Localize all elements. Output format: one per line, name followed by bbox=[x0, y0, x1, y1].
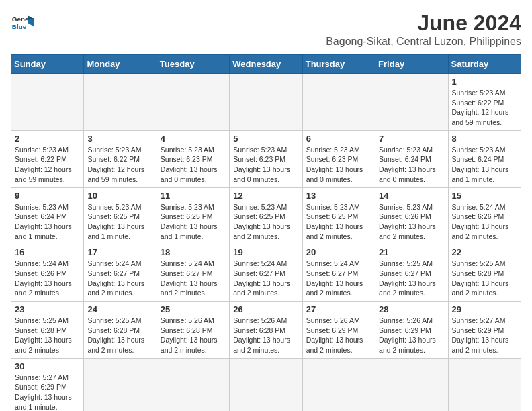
day-number: 25 bbox=[161, 304, 226, 314]
day-number: 6 bbox=[306, 134, 371, 144]
day-info: Sunrise: 5:23 AMSunset: 6:22 PMDaylight:… bbox=[15, 145, 80, 185]
day-number: 23 bbox=[15, 304, 80, 314]
day-info: Sunrise: 5:26 AMSunset: 6:28 PMDaylight:… bbox=[161, 316, 226, 355]
calendar-header-row: SundayMondayTuesdayWednesdayThursdayFrid… bbox=[11, 55, 521, 74]
calendar-week-6: 30Sunrise: 5:27 AMSunset: 6:29 PMDayligh… bbox=[11, 358, 521, 411]
calendar-header-thursday: Thursday bbox=[302, 55, 375, 74]
day-number: 17 bbox=[87, 247, 152, 257]
day-info: Sunrise: 5:23 AMSunset: 6:23 PMDaylight:… bbox=[161, 145, 226, 185]
calendar-header-tuesday: Tuesday bbox=[157, 55, 229, 74]
day-number: 16 bbox=[15, 247, 80, 257]
calendar-day-6: 6Sunrise: 5:23 AMSunset: 6:23 PMDaylight… bbox=[302, 130, 375, 187]
location-title: Bagong-Sikat, Central Luzon, Philippines bbox=[326, 36, 521, 48]
month-title: June 2024 bbox=[326, 11, 521, 36]
day-number: 12 bbox=[233, 191, 298, 201]
page-header: General Blue June 2024 Bagong-Sikat, Cen… bbox=[11, 11, 521, 48]
calendar-week-2: 2Sunrise: 5:23 AMSunset: 6:22 PMDaylight… bbox=[11, 130, 521, 187]
day-info: Sunrise: 5:23 AMSunset: 6:24 PMDaylight:… bbox=[379, 145, 444, 185]
day-info: Sunrise: 5:23 AMSunset: 6:23 PMDaylight:… bbox=[233, 145, 298, 185]
calendar-day-7: 7Sunrise: 5:23 AMSunset: 6:24 PMDaylight… bbox=[375, 130, 448, 187]
day-number: 2 bbox=[15, 134, 80, 144]
day-info: Sunrise: 5:23 AMSunset: 6:24 PMDaylight:… bbox=[15, 202, 80, 242]
calendar-day-22: 22Sunrise: 5:25 AMSunset: 6:28 PMDayligh… bbox=[448, 244, 521, 302]
day-info: Sunrise: 5:26 AMSunset: 6:28 PMDaylight:… bbox=[233, 316, 298, 355]
calendar-day-28: 28Sunrise: 5:26 AMSunset: 6:29 PMDayligh… bbox=[375, 302, 448, 359]
day-info: Sunrise: 5:24 AMSunset: 6:27 PMDaylight:… bbox=[233, 259, 298, 298]
day-number: 18 bbox=[161, 247, 226, 257]
calendar-table: SundayMondayTuesdayWednesdayThursdayFrid… bbox=[11, 54, 521, 411]
day-number: 1 bbox=[452, 77, 517, 87]
calendar-day-26: 26Sunrise: 5:26 AMSunset: 6:28 PMDayligh… bbox=[230, 302, 302, 359]
day-info: Sunrise: 5:24 AMSunset: 6:26 PMDaylight:… bbox=[452, 202, 517, 242]
day-info: Sunrise: 5:24 AMSunset: 6:27 PMDaylight:… bbox=[87, 259, 152, 298]
calendar-day-empty bbox=[11, 74, 84, 131]
day-number: 8 bbox=[452, 134, 517, 144]
calendar-day-8: 8Sunrise: 5:23 AMSunset: 6:24 PMDaylight… bbox=[448, 130, 521, 187]
calendar-day-empty bbox=[375, 358, 448, 411]
day-info: Sunrise: 5:23 AMSunset: 6:25 PMDaylight:… bbox=[233, 202, 298, 242]
calendar-day-10: 10Sunrise: 5:23 AMSunset: 6:25 PMDayligh… bbox=[84, 187, 157, 244]
calendar-day-11: 11Sunrise: 5:23 AMSunset: 6:25 PMDayligh… bbox=[157, 187, 229, 244]
calendar-day-empty bbox=[448, 358, 521, 411]
calendar-day-empty bbox=[157, 74, 229, 131]
day-number: 27 bbox=[306, 304, 371, 314]
title-area: June 2024 Bagong-Sikat, Central Luzon, P… bbox=[326, 11, 521, 48]
calendar-header-friday: Friday bbox=[375, 55, 448, 74]
calendar-day-15: 15Sunrise: 5:24 AMSunset: 6:26 PMDayligh… bbox=[448, 187, 521, 244]
calendar-day-empty bbox=[375, 74, 448, 131]
calendar-day-empty bbox=[157, 358, 229, 411]
day-number: 3 bbox=[87, 134, 152, 144]
day-number: 22 bbox=[452, 247, 517, 257]
calendar-day-empty bbox=[84, 358, 157, 411]
day-info: Sunrise: 5:23 AMSunset: 6:25 PMDaylight:… bbox=[87, 202, 152, 242]
day-info: Sunrise: 5:25 AMSunset: 6:28 PMDaylight:… bbox=[87, 316, 152, 355]
calendar-day-30: 30Sunrise: 5:27 AMSunset: 6:29 PMDayligh… bbox=[11, 358, 84, 411]
day-info: Sunrise: 5:23 AMSunset: 6:22 PMDaylight:… bbox=[87, 145, 152, 185]
calendar-day-29: 29Sunrise: 5:27 AMSunset: 6:29 PMDayligh… bbox=[448, 302, 521, 359]
calendar-day-27: 27Sunrise: 5:26 AMSunset: 6:29 PMDayligh… bbox=[302, 302, 375, 359]
calendar-day-25: 25Sunrise: 5:26 AMSunset: 6:28 PMDayligh… bbox=[157, 302, 229, 359]
day-number: 28 bbox=[379, 304, 444, 314]
calendar-header-saturday: Saturday bbox=[448, 55, 521, 74]
calendar-day-3: 3Sunrise: 5:23 AMSunset: 6:22 PMDaylight… bbox=[84, 130, 157, 187]
day-info: Sunrise: 5:27 AMSunset: 6:29 PMDaylight:… bbox=[452, 316, 517, 355]
day-number: 26 bbox=[233, 304, 298, 314]
day-info: Sunrise: 5:25 AMSunset: 6:28 PMDaylight:… bbox=[452, 259, 517, 298]
calendar-day-17: 17Sunrise: 5:24 AMSunset: 6:27 PMDayligh… bbox=[84, 244, 157, 302]
day-number: 15 bbox=[452, 191, 517, 201]
day-info: Sunrise: 5:26 AMSunset: 6:29 PMDaylight:… bbox=[306, 316, 371, 355]
calendar-day-18: 18Sunrise: 5:24 AMSunset: 6:27 PMDayligh… bbox=[157, 244, 229, 302]
calendar-week-1: 1Sunrise: 5:23 AMSunset: 6:22 PMDaylight… bbox=[11, 74, 521, 131]
day-number: 24 bbox=[87, 304, 152, 314]
logo-icon: General Blue bbox=[11, 11, 35, 35]
day-number: 4 bbox=[161, 134, 226, 144]
day-number: 21 bbox=[379, 247, 444, 257]
calendar-day-19: 19Sunrise: 5:24 AMSunset: 6:27 PMDayligh… bbox=[230, 244, 302, 302]
calendar-day-1: 1Sunrise: 5:23 AMSunset: 6:22 PMDaylight… bbox=[448, 74, 521, 131]
calendar-day-13: 13Sunrise: 5:23 AMSunset: 6:25 PMDayligh… bbox=[302, 187, 375, 244]
calendar-day-5: 5Sunrise: 5:23 AMSunset: 6:23 PMDaylight… bbox=[230, 130, 302, 187]
day-number: 19 bbox=[233, 247, 298, 257]
calendar-day-empty bbox=[302, 74, 375, 131]
calendar-day-20: 20Sunrise: 5:24 AMSunset: 6:27 PMDayligh… bbox=[302, 244, 375, 302]
calendar-day-16: 16Sunrise: 5:24 AMSunset: 6:26 PMDayligh… bbox=[11, 244, 84, 302]
day-info: Sunrise: 5:23 AMSunset: 6:25 PMDaylight:… bbox=[306, 202, 371, 242]
calendar-day-12: 12Sunrise: 5:23 AMSunset: 6:25 PMDayligh… bbox=[230, 187, 302, 244]
calendar-day-9: 9Sunrise: 5:23 AMSunset: 6:24 PMDaylight… bbox=[11, 187, 84, 244]
day-number: 9 bbox=[15, 191, 80, 201]
calendar-day-empty bbox=[302, 358, 375, 411]
day-number: 14 bbox=[379, 191, 444, 201]
day-info: Sunrise: 5:24 AMSunset: 6:27 PMDaylight:… bbox=[306, 259, 371, 298]
calendar-day-empty bbox=[230, 74, 302, 131]
calendar-header-wednesday: Wednesday bbox=[230, 55, 302, 74]
day-number: 30 bbox=[15, 361, 80, 371]
day-info: Sunrise: 5:23 AMSunset: 6:25 PMDaylight:… bbox=[161, 202, 226, 242]
day-number: 5 bbox=[233, 134, 298, 144]
calendar-header-monday: Monday bbox=[84, 55, 157, 74]
day-info: Sunrise: 5:25 AMSunset: 6:28 PMDaylight:… bbox=[15, 316, 80, 355]
day-info: Sunrise: 5:23 AMSunset: 6:23 PMDaylight:… bbox=[306, 145, 371, 185]
calendar-day-24: 24Sunrise: 5:25 AMSunset: 6:28 PMDayligh… bbox=[84, 302, 157, 359]
day-number: 10 bbox=[87, 191, 152, 201]
calendar-header-sunday: Sunday bbox=[11, 55, 84, 74]
day-number: 7 bbox=[379, 134, 444, 144]
